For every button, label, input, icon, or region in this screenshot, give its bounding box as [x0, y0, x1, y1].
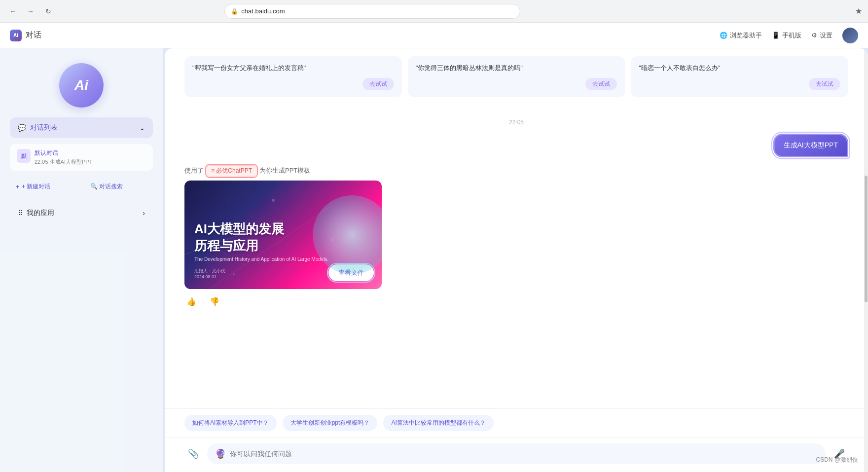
logo-icon: Ai	[10, 30, 22, 41]
address-bar[interactable]: 🔒 chat.baidu.com	[224, 4, 520, 19]
like-button[interactable]: 👍	[184, 295, 198, 308]
forward-button[interactable]: →	[24, 4, 37, 18]
suggestion-row: "帮我写一份女方父亲在婚礼上的发言稿" 去试试 "你觉得三体的黑暗丛林法则是真的…	[184, 56, 848, 97]
user-bubble: 生成AI大模型PPT	[773, 134, 848, 157]
header-actions: 🌐 浏览器助手 📱 手机版 ⚙ 设置	[720, 28, 858, 43]
plugin-tag[interactable]: ≡ 必优ChatPPT	[207, 165, 256, 177]
mobile-icon: 📱	[772, 32, 780, 39]
chevron-down-icon: ⌄	[140, 124, 145, 132]
sidebar: Ai 💬 对话列表 ⌄ 默 默认对话 22:05 生成AI大模型PPT	[0, 48, 163, 472]
logo-area: Ai 对话	[10, 30, 41, 41]
browser-helper-icon: 🌐	[720, 32, 727, 39]
input-ai-icon: 🔮	[215, 448, 226, 459]
chevron-right-icon: ›	[143, 209, 145, 217]
ppt-preview: AI大模型的发展 历程与应用 The Development History a…	[184, 181, 382, 289]
follow-up-chip-2[interactable]: AI算法中比较常用的模型都有什么？	[383, 415, 493, 431]
chat-input[interactable]	[230, 450, 818, 458]
browser-helper-button[interactable]: 🌐 浏览器助手	[720, 31, 762, 40]
top-header: Ai 对话 🌐 浏览器助手 📱 手机版 ⚙ 设置	[0, 23, 868, 48]
mobile-version-button[interactable]: 📱 手机版	[772, 31, 801, 40]
try-button-2[interactable]: 去试试	[809, 78, 840, 90]
suggestion-card-2[interactable]: "暗恋一个人不敢表白怎么办" 去试试	[631, 56, 848, 97]
ppt-title: AI大模型的发展 历程与应用	[194, 221, 372, 254]
conversation-item[interactable]: 默 默认对话 22:05 生成AI大模型PPT	[10, 144, 153, 171]
settings-icon: ⚙	[811, 32, 817, 39]
my-apps-button[interactable]: ⠿ 我的应用 ›	[10, 203, 153, 223]
chat-input-wrapper: 🔮	[207, 443, 826, 464]
ai-logo-circle: Ai	[59, 63, 104, 108]
message-timestamp: 22:05	[184, 119, 848, 126]
conversation-list-icon: 💬	[18, 124, 26, 132]
attachment-button[interactable]: 📎	[184, 445, 202, 463]
scrollbar-track	[864, 48, 868, 472]
ppt-subtitle: The Development History and Application …	[194, 256, 372, 262]
bookmark-button[interactable]: ★	[855, 6, 862, 16]
ppt-image: AI大模型的发展 历程与应用 The Development History a…	[184, 181, 382, 289]
settings-button[interactable]: ⚙ 设置	[811, 31, 832, 40]
dislike-button[interactable]: 👎	[208, 295, 221, 308]
refresh-button[interactable]: ↻	[41, 4, 55, 18]
ai-message: 使用了 ≡ 必优ChatPPT 为你生成PPT模板	[184, 165, 848, 308]
sidebar-actions: + + 新建对话 🔍 对话搜索	[10, 179, 153, 195]
app-title: 对话	[26, 30, 41, 40]
suggestion-card-1[interactable]: "你觉得三体的黑暗丛林法则是真的吗" 去试试	[408, 56, 625, 97]
apps-icon: ⠿	[18, 209, 23, 217]
follow-up-chip-1[interactable]: 大学生创新创业ppt有模板吗？	[283, 415, 378, 431]
ppt-author: 汇报人：尤小优 2024.08.01	[194, 268, 372, 279]
chat-area: "帮我写一份女方父亲在婚礼上的发言稿" 去试试 "你觉得三体的黑暗丛林法则是真的…	[165, 48, 868, 472]
url-text: chat.baidu.com	[241, 7, 285, 15]
follow-up-chip-0[interactable]: 如何将AI素材导入到PPT中？	[184, 415, 277, 431]
feedback-area: 👍 | 👎	[184, 295, 848, 308]
back-button[interactable]: ←	[6, 4, 20, 18]
conversation-list-button[interactable]: 💬 对话列表 ⌄	[10, 117, 153, 138]
secure-icon: 🔒	[231, 8, 238, 15]
suggestion-card-0[interactable]: "帮我写一份女方父亲在婚礼上的发言稿" 去试试	[184, 56, 402, 97]
conv-item-avatar: 默	[17, 149, 31, 163]
browser-bar: ← → ↻ 🔒 chat.baidu.com ★	[0, 0, 868, 23]
try-button-0[interactable]: 去试试	[362, 78, 394, 90]
new-conversation-button[interactable]: + + 新建对话	[10, 179, 78, 195]
chat-messages[interactable]: "帮我写一份女方父亲在婚礼上的发言稿" 去试试 "你觉得三体的黑暗丛林法则是真的…	[165, 48, 868, 408]
search-conversations-button[interactable]: 🔍 对话搜索	[84, 179, 153, 195]
follow-up-area: 如何将AI素材导入到PPT中？ 大学生创新创业ppt有模板吗？ AI算法中比较常…	[165, 408, 868, 437]
user-avatar[interactable]	[842, 28, 858, 43]
input-area: 📎 🔮 🎤	[165, 437, 868, 472]
main-content: Ai 💬 对话列表 ⌄ 默 默认对话 22:05 生成AI大模型PPT	[0, 48, 868, 472]
user-message: 生成AI大模型PPT	[184, 134, 848, 157]
plus-icon: +	[16, 183, 19, 190]
suggestion-cards: "帮我写一份女方父亲在婚礼上的发言稿" 去试试 "你觉得三体的黑暗丛林法则是真的…	[184, 56, 848, 111]
feedback-divider: |	[202, 298, 204, 305]
watermark: CSDN @激烈侠	[816, 456, 858, 464]
ai-message-header: 使用了 ≡ 必优ChatPPT 为你生成PPT模板	[184, 165, 848, 177]
try-button-1[interactable]: 去试试	[585, 78, 617, 90]
scrollbar-thumb[interactable]	[865, 176, 868, 303]
